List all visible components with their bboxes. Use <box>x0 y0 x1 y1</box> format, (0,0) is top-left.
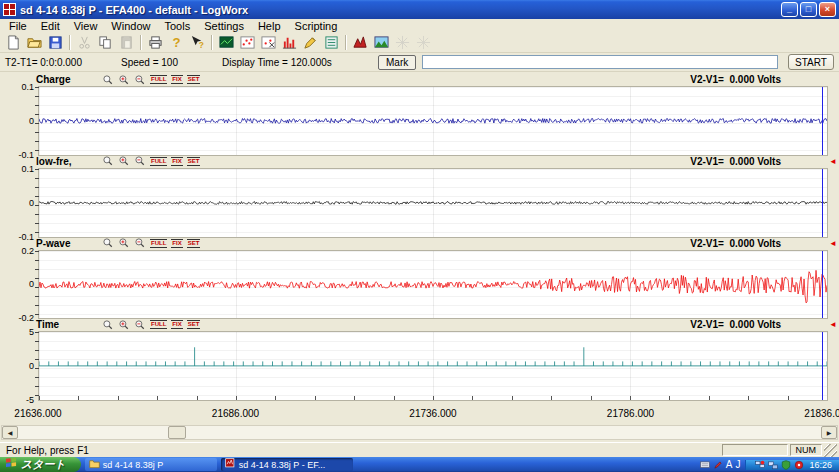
level-marker-icon[interactable]: ◄ <box>829 239 837 249</box>
channel-toolbar: FULLFIXSET <box>102 319 200 330</box>
menu-view[interactable]: View <box>67 20 105 32</box>
scale-button-label: FULL <box>150 320 167 329</box>
waveform-image-icon[interactable] <box>371 34 392 52</box>
cursor-measurement: V2-V1= 0.000 Volts <box>690 156 781 167</box>
alarm-icon[interactable] <box>794 460 804 470</box>
menu-edit[interactable]: Edit <box>34 20 67 32</box>
fix-scale-icon[interactable]: FIX <box>171 156 182 167</box>
x-axis-label: 21736.000 <box>409 408 456 419</box>
maximize-button[interactable]: □ <box>800 2 817 17</box>
channels-area: ChargeFULLFIXSETV2-V1= 0.000 Volts0.10-0… <box>0 72 839 401</box>
set-scale-icon[interactable]: SET <box>187 319 201 330</box>
cursor-measurement: V2-V1= 0.000 Volts <box>690 74 781 85</box>
waveform-plot[interactable]: 50-5 <box>38 331 828 401</box>
set-scale-icon[interactable]: SET <box>187 156 201 167</box>
logworx-window: sd 4-14 8.38j P - EFA400 - default - Log… <box>0 0 839 472</box>
menu-tools[interactable]: Tools <box>157 20 197 32</box>
full-scale-icon[interactable]: FULL <box>150 238 167 249</box>
taskbar-task-0[interactable]: sd 4-14 8.38j P <box>85 458 217 471</box>
ime-indicator-0[interactable]: A <box>726 459 733 470</box>
waveform-plot[interactable]: 0.10-0.1 <box>38 86 828 156</box>
folder-icon <box>89 458 100 471</box>
x-axis-label: 21836.000 <box>804 408 839 419</box>
set-scale-icon[interactable]: SET <box>187 74 201 85</box>
help-icon[interactable]: ? <box>166 34 187 52</box>
ime-indicator-1[interactable]: J <box>735 459 740 470</box>
network-alert-icon[interactable] <box>755 460 765 470</box>
start-button[interactable]: START <box>788 54 834 70</box>
scroll-left-button[interactable]: ◀ <box>2 426 18 439</box>
zoom-in-icon[interactable] <box>118 156 130 167</box>
menu-file[interactable]: File <box>2 20 34 32</box>
channel-time: TimeFULLFIXSETV2-V1= 0.000 Volts◄50-5 <box>0 319 839 401</box>
zoom-out-icon[interactable] <box>134 156 146 167</box>
cursor-line[interactable] <box>822 169 823 237</box>
full-scale-icon[interactable]: FULL <box>150 156 167 167</box>
zoom-select-icon[interactable] <box>102 319 114 330</box>
mark-button[interactable]: Mark <box>378 55 416 70</box>
ime-language-bar[interactable]: AJ <box>695 459 746 470</box>
fix-scale-icon[interactable]: FIX <box>171 74 182 85</box>
menubar: FileEditViewWindowToolsSettingsHelpScrip… <box>0 19 839 33</box>
keyboard-icon[interactable] <box>700 460 710 470</box>
zoom-out-icon[interactable] <box>134 319 146 330</box>
scale-button-label: FIX <box>171 239 182 248</box>
cursor-line[interactable] <box>822 251 823 319</box>
svg-text:?: ? <box>199 40 204 50</box>
menu-settings[interactable]: Settings <box>197 20 251 32</box>
scroll-track[interactable] <box>18 426 821 439</box>
full-scale-icon[interactable]: FULL <box>150 74 167 85</box>
menu-window[interactable]: Window <box>104 20 157 32</box>
fix-scale-icon[interactable]: FIX <box>171 238 182 249</box>
print-icon[interactable] <box>145 34 166 52</box>
set-scale-icon[interactable]: SET <box>187 238 201 249</box>
close-button[interactable]: × <box>819 2 836 17</box>
mark-input[interactable] <box>422 55 778 69</box>
copy-icon[interactable] <box>95 34 116 52</box>
chart-view-icon[interactable] <box>216 34 237 52</box>
open-icon[interactable] <box>24 34 45 52</box>
zoom-out-icon[interactable] <box>134 74 146 85</box>
taskbar: スタート sd 4-14 8.38j Psd 4-14 8.38j P - EF… <box>0 457 839 472</box>
app-icon <box>3 3 16 16</box>
waveform-red-icon[interactable] <box>350 34 371 52</box>
edit-pencil-icon[interactable] <box>300 34 321 52</box>
zoom-in-icon[interactable] <box>118 74 130 85</box>
zoom-select-icon[interactable] <box>102 238 114 249</box>
horizontal-scrollbar[interactable]: ◀ ▶ <box>1 425 838 440</box>
menu-scripting[interactable]: Scripting <box>288 20 345 32</box>
new-icon[interactable] <box>3 34 24 52</box>
context-help-icon[interactable]: ? <box>187 34 208 52</box>
zoom-select-icon[interactable] <box>102 156 114 167</box>
minimize-button[interactable]: _ <box>781 2 798 17</box>
level-marker-icon[interactable]: ◄ <box>829 157 837 167</box>
scroll-right-button[interactable]: ▶ <box>821 426 837 439</box>
zoom-out-icon[interactable] <box>134 238 146 249</box>
scatter-view-icon[interactable] <box>237 34 258 52</box>
zoom-select-icon[interactable] <box>102 74 114 85</box>
scale-button-label: FIX <box>171 75 182 84</box>
zoom-in-icon[interactable] <box>118 319 130 330</box>
cursor-line[interactable] <box>822 332 823 400</box>
network2-icon[interactable] <box>768 460 778 470</box>
shield-icon[interactable] <box>781 460 791 470</box>
menu-help[interactable]: Help <box>251 20 288 32</box>
histogram-view-icon[interactable] <box>279 34 300 52</box>
start-menu-button[interactable]: スタート <box>0 457 81 472</box>
scroll-thumb[interactable] <box>168 426 186 439</box>
pen-icon[interactable] <box>713 460 723 470</box>
cursor-line[interactable] <box>822 87 823 155</box>
scale-button-label: FIX <box>171 320 182 329</box>
waveform-plot[interactable]: 0.10-0.1 <box>38 168 828 238</box>
taskbar-task-1[interactable]: sd 4-14 8.38j P - EF... <box>221 458 353 471</box>
scatter-clear-icon[interactable] <box>258 34 279 52</box>
fix-scale-icon[interactable]: FIX <box>171 319 182 330</box>
save-icon[interactable] <box>45 34 66 52</box>
full-scale-icon[interactable]: FULL <box>150 319 167 330</box>
zoom-in-icon[interactable] <box>118 238 130 249</box>
waveform-plot[interactable]: 0.20-0.2 <box>38 250 828 320</box>
level-marker-icon[interactable]: ◄ <box>829 320 837 330</box>
resize-grip[interactable] <box>824 444 837 457</box>
data-form-icon[interactable] <box>321 34 342 52</box>
cursor-measurement: V2-V1= 0.000 Volts <box>690 238 781 249</box>
